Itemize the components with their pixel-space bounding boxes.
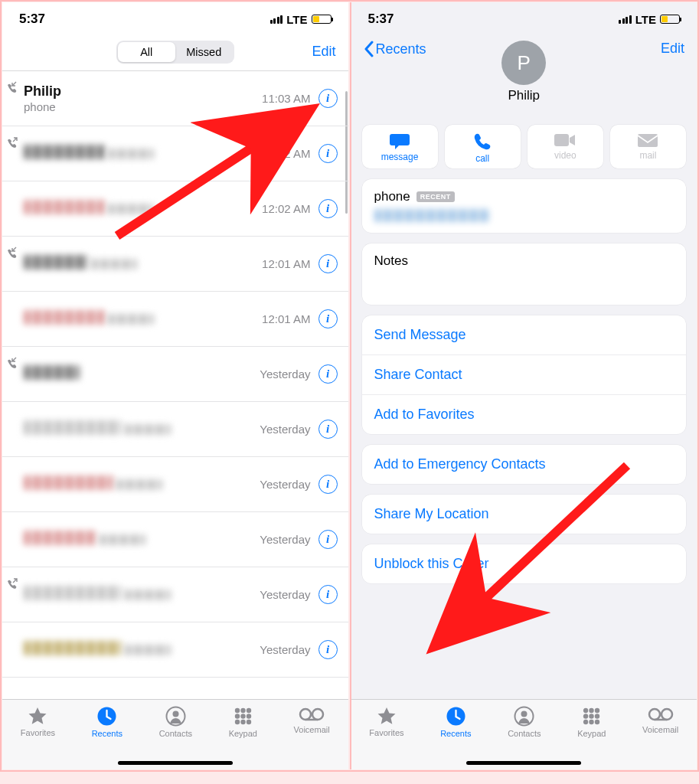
recents-row[interactable]: Yesterday i	[2, 622, 348, 678]
recents-row[interactable]: Yesterday i	[2, 347, 348, 402]
info-button[interactable]: i	[318, 585, 338, 604]
svg-point-11	[247, 720, 251, 724]
recents-row[interactable]: 12:02 AM i	[2, 181, 348, 237]
nav-header: Recents P Philip Edit	[351, 33, 697, 57]
recents-row[interactable]: Philip phone 11:03 AM i	[2, 71, 348, 126]
tab-voicemail[interactable]: Voicemail	[294, 706, 330, 769]
caller-sub	[91, 259, 137, 270]
menu-group-1: Send MessageShare ContactAdd to Favorite…	[362, 315, 687, 434]
call-time: 11:03 AM	[262, 92, 310, 105]
recents-row[interactable]: Yesterday i	[2, 567, 348, 622]
call-time: Yesterday	[260, 478, 310, 491]
call-icon	[472, 132, 492, 152]
svg-point-7	[240, 714, 245, 718]
keypad-icon	[581, 706, 602, 727]
info-button[interactable]: i	[318, 530, 338, 549]
caller-name	[24, 200, 105, 214]
seg-missed[interactable]: Missed	[175, 42, 233, 62]
svg-rect-16	[554, 134, 569, 146]
notes-label: Notes	[374, 253, 675, 269]
seg-all[interactable]: All	[118, 42, 175, 62]
menu-item-unblock-this-caller[interactable]: Unblock this Caller	[362, 544, 687, 583]
call-direction-icon	[5, 81, 18, 94]
recents-row[interactable]: Yesterday i	[2, 402, 348, 457]
action-message[interactable]: message	[362, 125, 438, 168]
svg-point-3	[235, 708, 240, 713]
info-button[interactable]: i	[318, 199, 338, 218]
recent-badge: RECENT	[416, 191, 455, 202]
recents-icon	[96, 706, 117, 727]
recents-row[interactable]: Yesterday i	[2, 512, 348, 567]
recents-row[interactable]: 12:01 AM i	[2, 237, 348, 292]
info-button[interactable]: i	[318, 254, 338, 273]
action-label: video	[554, 150, 577, 161]
phone-card[interactable]: phone RECENT hidden	[362, 179, 687, 233]
recents-row[interactable]: 12:01 AM i	[2, 292, 348, 347]
tab-favorites[interactable]: Favorites	[369, 706, 403, 769]
recents-screen: 5:37 LTE All Missed Edit Philip phone 11…	[2, 2, 348, 769]
action-call[interactable]: call	[445, 125, 521, 168]
menu-item-share-my-location[interactable]: Share My Location	[362, 495, 687, 534]
tab-keypad[interactable]: Keypad	[229, 706, 257, 769]
tab-recents[interactable]: Recents	[440, 706, 471, 769]
info-button[interactable]: i	[318, 309, 338, 328]
back-button[interactable]: Recents	[364, 41, 426, 57]
tab-contacts[interactable]: Contacts	[508, 706, 541, 769]
tab-contacts[interactable]: Contacts	[159, 706, 192, 769]
tab-label: Favorites	[369, 728, 403, 737]
menu-item-send-message[interactable]: Send Message	[362, 315, 687, 355]
svg-point-25	[590, 714, 594, 718]
action-buttons: messagecallvideomail	[351, 108, 697, 179]
caller-name: Philip	[24, 83, 262, 100]
caller-sub	[125, 424, 171, 435]
caller-sub	[125, 645, 171, 655]
recents-list[interactable]: Philip phone 11:03 AM i 12:02 AM i 12:02…	[2, 71, 348, 699]
menu-item-share-contact[interactable]: Share Contact	[362, 355, 687, 395]
call-direction-icon	[5, 247, 18, 260]
tab-label: Keypad	[229, 729, 257, 738]
info-button[interactable]: i	[318, 640, 338, 659]
segmented-control[interactable]: All Missed	[116, 41, 234, 64]
signal-icon	[619, 15, 632, 24]
caller-name	[24, 310, 105, 325]
svg-point-22	[590, 708, 594, 713]
svg-point-2	[172, 711, 178, 717]
call-time: Yesterday	[260, 643, 310, 656]
call-direction-icon	[5, 577, 18, 590]
recents-row[interactable]: Yesterday i	[2, 457, 348, 512]
action-label: message	[381, 152, 419, 162]
tab-voicemail[interactable]: Voicemail	[642, 706, 678, 769]
network-label: LTE	[635, 13, 656, 26]
svg-point-12	[300, 709, 311, 720]
menu-group-2: Add to Emergency Contacts	[362, 445, 687, 484]
call-time: 12:01 AM	[262, 257, 310, 270]
tab-bar: FavoritesRecentsContactsKeypadVoicemail	[2, 699, 348, 769]
tab-bar: FavoritesRecentsContactsKeypadVoicemail	[351, 699, 697, 769]
action-label: mail	[639, 150, 656, 161]
info-button[interactable]: i	[318, 89, 338, 108]
chevron-left-icon	[364, 41, 374, 57]
tab-favorites[interactable]: Favorites	[21, 706, 55, 769]
tab-label: Recents	[440, 729, 471, 738]
notes-card[interactable]: Notes	[362, 243, 687, 305]
edit-button[interactable]: Edit	[312, 44, 335, 60]
tab-recents[interactable]: Recents	[92, 706, 122, 769]
info-button[interactable]: i	[318, 475, 338, 494]
svg-point-27	[583, 720, 588, 724]
svg-point-20	[521, 711, 528, 717]
caller-name	[24, 365, 80, 380]
info-button[interactable]: i	[318, 144, 338, 163]
menu-item-add-to-favorites[interactable]: Add to Favorites	[362, 395, 687, 434]
info-button[interactable]: i	[318, 420, 338, 439]
home-indicator	[466, 761, 581, 765]
edit-button[interactable]: Edit	[661, 41, 684, 57]
action-mail: mail	[610, 125, 686, 168]
tab-label: Keypad	[577, 729, 606, 738]
tab-label: Favorites	[21, 728, 55, 737]
svg-point-29	[595, 720, 599, 724]
recents-row[interactable]: 12:02 AM i	[2, 126, 348, 181]
info-button[interactable]: i	[318, 364, 338, 384]
menu-item-add-to-emergency-contacts[interactable]: Add to Emergency Contacts	[362, 445, 687, 484]
contacts-icon	[514, 706, 534, 727]
tab-keypad[interactable]: Keypad	[577, 706, 606, 769]
